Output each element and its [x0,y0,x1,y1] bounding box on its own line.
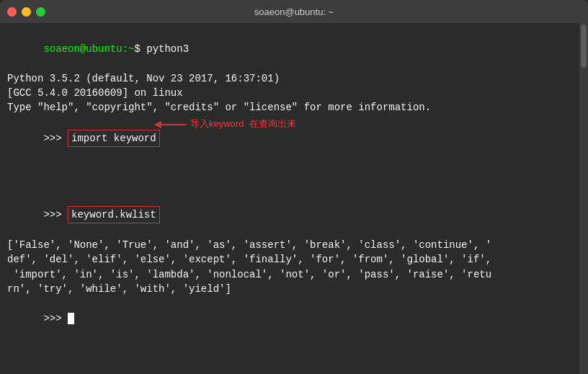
arrow-icon [155,117,187,133]
terminal-line-4: Type "help", "copyright", "credits" or "… [7,100,581,115]
output-line-3: 'import', 'in', 'is', 'lambda', 'nonloca… [7,267,581,282]
close-button[interactable] [7,7,17,17]
output-line-1: ['False', 'None', 'True', 'and', 'as', '… [7,238,581,252]
maximize-button[interactable] [36,7,45,17]
cmd-kwlist: keyword.kwlist [71,209,156,221]
terminal-body[interactable]: soaeon@ubuntu:~$ python3 Python 3.5.2 (d… [0,23,588,374]
kwlist-box: keyword.kwlist [68,206,160,223]
output-line-4: rn', 'try', 'while', 'with', 'yield'] [7,282,581,296]
annotation-text: 导入keyword 在查询出来 [190,117,296,131]
scrollbar[interactable] [579,23,588,374]
terminal-line-3: [GCC 5.4.0 20160609] on linux [7,86,581,100]
annotation-container: 导入keyword 在查询出来 [155,117,296,133]
terminal-line-5: >>> import keyword 导入keyword 在查询出来 [7,115,581,191]
cursor [68,313,74,324]
cmd-import: import keyword [71,133,156,144]
prompt-final: >>> [43,313,68,324]
terminal-window: soaeon@ubuntu: ~ soaeon@ubuntu:~$ python… [0,0,588,374]
prompt-4: >>> [43,209,68,221]
import-box: import keyword [68,130,160,147]
prompt-path: :~ [122,43,135,55]
command-python3: python3 [141,43,189,55]
titlebar: soaeon@ubuntu: ~ [0,0,588,23]
window-title: soaeon@ubuntu: ~ [254,6,334,17]
scrollbar-thumb[interactable] [581,25,587,68]
terminal-line-final: >>> [7,296,581,340]
minimize-button[interactable] [22,7,31,17]
prompt-dollar: $ [134,43,140,55]
prompt-3: >>> [43,133,68,144]
window-controls [7,7,45,17]
terminal-line-6: >>> keyword.kwlist [7,191,581,238]
prompt-user: soaeon@ubuntu [43,43,122,55]
output-line-2: def', 'del', 'elif', 'else', 'except', '… [7,252,581,267]
terminal-line-2: Python 3.5.2 (default, Nov 23 2017, 16:3… [7,71,581,86]
terminal-line-1: soaeon@ubuntu:~$ python3 [7,27,581,71]
